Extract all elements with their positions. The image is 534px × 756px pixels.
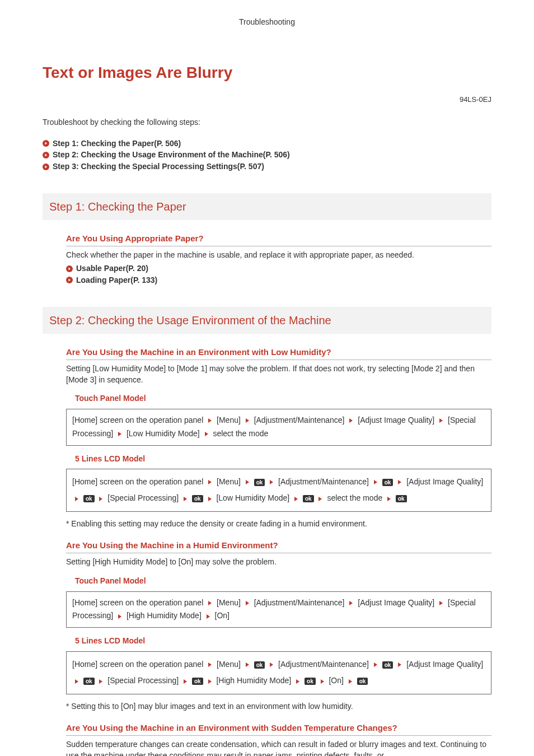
path-segment: [High Humidity Mode] (216, 676, 291, 685)
arrow-icon (99, 679, 103, 684)
path-segment: [Home] screen on the operation panel (72, 477, 203, 486)
touch-panel-label: Touch Panel Model (75, 576, 491, 587)
humid-note: * Setting this to [On] may blur images a… (66, 701, 491, 712)
step1-sub: Are You Using Appropriate Paper? (66, 232, 491, 246)
touch-panel-label: Touch Panel Model (75, 393, 491, 404)
path-segment: [On] (215, 611, 229, 620)
ok-badge: ok (83, 495, 95, 502)
arrow-icon (349, 418, 353, 423)
bullet-icon (43, 140, 49, 147)
step1-body: Check whether the paper in the machine i… (66, 250, 491, 261)
low-humid-touch-path: [Home] screen on the operation panel [Me… (66, 409, 491, 446)
path-segment: [Special Processing] (107, 493, 179, 502)
step-link-1[interactable]: Step 1: Checking the Paper(P. 506) (43, 138, 491, 150)
temp-sub: Are You Using the Machine in an Environm… (66, 722, 491, 736)
temp-body: Sudden temperature changes can create co… (66, 739, 491, 756)
arrow-icon (318, 496, 322, 502)
step-link-2[interactable]: Step 2: Checking the Usage Environment o… (43, 150, 491, 161)
arrow-icon (439, 600, 443, 606)
path-segment: [Adjustment/Maintenance] (278, 660, 369, 669)
path-segment: [Menu] (217, 660, 241, 669)
step-link-label: Step 2: Checking the Usage Environment o… (53, 150, 290, 161)
arrow-icon (208, 662, 212, 668)
bullet-icon (66, 277, 73, 283)
arrow-icon (208, 418, 212, 423)
header-category: Troubleshooting (43, 17, 491, 28)
arrow-icon (183, 496, 188, 502)
page-title: Text or Images Are Blurry (43, 62, 491, 83)
doc-code: 94LS-0EJ (43, 95, 491, 105)
arrow-icon (208, 496, 212, 502)
arrow-icon (204, 431, 209, 437)
arrow-icon (373, 479, 378, 485)
ref-link-loading-paper[interactable]: Loading Paper(P. 133) (66, 275, 491, 286)
path-segment: [Special Processing] (107, 676, 179, 685)
humid-lcd-path: [Home] screen on the operation panel [Me… (66, 651, 491, 694)
arrow-icon (269, 479, 274, 485)
path-segment: select the mode (327, 493, 382, 502)
path-segment: [Home] screen on the operation panel (72, 660, 203, 669)
arrow-icon (387, 496, 391, 502)
arrow-icon (206, 614, 210, 619)
low-humidity-body: Setting [Low Humidity Mode] to [Mode 1] … (66, 363, 491, 385)
arrow-icon (439, 418, 443, 423)
humid-body: Setting [High Humidity Mode] to [On] may… (66, 557, 491, 568)
ok-badge: ok (83, 678, 95, 685)
low-humid-lcd-path: [Home] screen on the operation panel [Me… (66, 469, 491, 512)
arrow-icon (348, 679, 353, 684)
path-segment: [Menu] (217, 416, 241, 424)
arrow-icon (118, 614, 122, 619)
ok-badge: ok (357, 678, 368, 685)
step1-heading: Step 1: Checking the Paper (43, 193, 491, 220)
path-segment: [Adjust Image Quality] (406, 660, 483, 669)
ok-badge: ok (303, 495, 314, 502)
low-humidity-sub: Are You Using the Machine in an Environm… (66, 346, 491, 360)
arrow-icon (183, 679, 188, 684)
ok-badge: ok (192, 495, 203, 502)
arrow-icon (320, 679, 325, 684)
ref-link-usable-paper[interactable]: Usable Paper(P. 20) (66, 263, 491, 274)
step-link-label: Step 3: Checking the Special Processing … (53, 161, 264, 172)
path-segment: [Adjustment/Maintenance] (278, 477, 369, 486)
arrow-icon (296, 679, 300, 684)
intro-text: Troubleshoot by checking the following s… (43, 117, 491, 128)
path-segment: [Adjust Image Quality] (406, 477, 483, 486)
ok-badge: ok (192, 678, 203, 685)
path-segment: [Home] screen on the operation panel (72, 598, 203, 607)
arrow-icon (397, 479, 402, 485)
arrow-icon (245, 479, 250, 485)
arrow-icon (397, 662, 402, 668)
path-segment: [High Humidity Mode] (127, 611, 202, 620)
path-segment: [Adjustment/Maintenance] (254, 598, 345, 607)
arrow-icon (269, 662, 274, 668)
arrow-icon (245, 418, 250, 423)
ref-link-label: Loading Paper(P. 133) (76, 275, 157, 286)
path-segment: [Menu] (217, 598, 241, 607)
arrow-icon (349, 600, 353, 606)
arrow-icon (208, 479, 212, 485)
bullet-icon (66, 265, 73, 272)
arrow-icon (294, 496, 298, 502)
arrow-icon (208, 600, 212, 606)
path-segment: [Adjust Image Quality] (358, 598, 434, 607)
arrow-icon (208, 679, 212, 684)
bullet-icon (43, 152, 49, 158)
lcd-label: 5 Lines LCD Model (75, 454, 491, 465)
path-segment: select the mode (213, 429, 268, 438)
humid-touch-path: [Home] screen on the operation panel [Me… (66, 591, 491, 628)
step-link-label: Step 1: Checking the Paper(P. 506) (53, 138, 181, 150)
arrow-icon (74, 496, 79, 502)
arrow-icon (373, 662, 378, 668)
ok-badge: ok (382, 661, 394, 669)
step-link-3[interactable]: Step 3: Checking the Special Processing … (43, 161, 491, 172)
step2-heading: Step 2: Checking the Usage Environment o… (43, 307, 491, 334)
low-humidity-note: * Enabling this setting may reduce the d… (66, 519, 491, 530)
arrow-icon (99, 496, 103, 502)
path-segment: [Adjustment/Maintenance] (254, 416, 345, 424)
ref-link-label: Usable Paper(P. 20) (76, 263, 148, 274)
ok-badge: ok (254, 661, 265, 669)
path-segment: [Home] screen on the operation panel (72, 416, 203, 424)
path-segment: [Low Humidity Mode] (216, 493, 289, 502)
bullet-icon (43, 164, 49, 170)
path-segment: [Low Humidity Mode] (127, 429, 200, 438)
